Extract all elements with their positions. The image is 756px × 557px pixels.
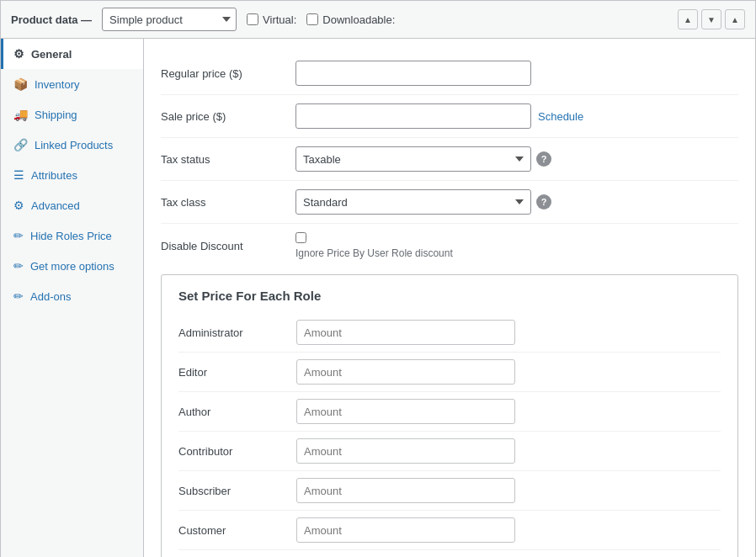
downloadable-checkbox[interactable] — [306, 13, 318, 25]
sidebar-item-get-more-options[interactable]: ✏ Get more options — [1, 251, 143, 281]
product-type-select[interactable]: Simple product — [102, 8, 237, 31]
inventory-icon: 📦 — [13, 77, 28, 91]
hide-roles-price-icon: ✏ — [13, 229, 24, 242]
disable-discount-field: Ignore Price By User Role discount — [295, 232, 738, 259]
tax-class-label: Tax class — [161, 196, 295, 209]
tax-class-select[interactable]: Standard Reduced rate Zero rate — [295, 189, 531, 215]
tax-class-help-icon[interactable]: ? — [536, 194, 551, 210]
role-input-customer[interactable] — [296, 517, 515, 543]
sidebar-item-hide-roles-price[interactable]: ✏ Hide Roles Price — [1, 220, 143, 251]
role-row-subscriber: Subscriber — [178, 471, 721, 511]
shipping-icon: 🚚 — [13, 108, 28, 121]
get-more-options-icon: ✏ — [13, 259, 24, 273]
sidebar-item-general[interactable]: ⚙ General — [1, 39, 143, 69]
role-row-customer: Customer — [178, 511, 721, 550]
role-label-administrator: Administrator — [178, 326, 296, 339]
product-data-title: Product data — — [11, 13, 92, 26]
general-form: Regular price ($) Sale price ($) Schedul… — [144, 39, 755, 274]
set-price-section: Set Price For Each Role Administrator Ed… — [161, 274, 738, 557]
disable-discount-label: Disable Discount — [161, 240, 295, 252]
virtual-checkbox[interactable] — [247, 13, 258, 25]
tax-status-row: Tax status Taxable Shipping only None ? — [161, 138, 738, 181]
sidebar: ⚙ General 📦 Inventory 🚚 Shipping 🔗 Linke… — [1, 39, 144, 557]
role-label-subscriber: Subscriber — [178, 485, 296, 497]
disable-discount-sub: Ignore Price By User Role discount — [295, 247, 738, 259]
role-row-contributor: Contributor — [178, 432, 721, 471]
general-icon: ⚙ — [13, 47, 24, 61]
main-content: Regular price ($) Sale price ($) Schedul… — [144, 39, 755, 557]
sidebar-item-inventory[interactable]: 📦 Inventory — [1, 69, 143, 99]
role-label-customer: Customer — [178, 524, 296, 537]
sidebar-item-attributes[interactable]: ☰ Attributes — [1, 160, 143, 190]
disable-discount-checkbox[interactable] — [295, 232, 306, 243]
attributes-icon: ☰ — [13, 168, 24, 182]
sidebar-label-attributes: Attributes — [31, 169, 77, 182]
sidebar-label-advanced: Advanced — [31, 199, 80, 212]
product-data-body: ⚙ General 📦 Inventory 🚚 Shipping 🔗 Linke… — [1, 39, 755, 557]
tax-class-row: Tax class Standard Reduced rate Zero rat… — [161, 181, 738, 224]
sidebar-item-add-ons[interactable]: ✏ Add-ons — [1, 281, 143, 311]
prev-down-arrow[interactable]: ▼ — [701, 9, 721, 29]
role-label-contributor: Contributor — [178, 445, 296, 458]
set-price-title: Set Price For Each Role — [178, 289, 721, 303]
tax-status-label: Tax status — [161, 153, 295, 166]
role-row-author: Author — [178, 392, 721, 432]
sidebar-label-linked-products: Linked Products — [35, 139, 113, 151]
nav-arrows: ▲ ▼ ▲ — [678, 9, 745, 29]
regular-price-label: Regular price ($) — [161, 67, 295, 80]
advanced-icon: ⚙ — [13, 199, 24, 212]
role-row-editor: Editor — [178, 353, 721, 392]
sale-price-label: Sale price ($) — [161, 110, 295, 123]
sidebar-label-inventory: Inventory — [35, 78, 79, 91]
prev-up-arrow[interactable]: ▲ — [678, 9, 698, 29]
sidebar-item-linked-products[interactable]: 🔗 Linked Products — [1, 130, 143, 160]
sidebar-label-general: General — [31, 48, 72, 61]
disable-discount-row: Disable Discount Ignore Price By User Ro… — [161, 224, 738, 261]
regular-price-row: Regular price ($) — [161, 52, 738, 95]
schedule-link[interactable]: Schedule — [538, 110, 583, 123]
sale-price-input[interactable] — [295, 103, 531, 129]
role-label-editor: Editor — [178, 366, 296, 379]
role-input-editor[interactable] — [296, 359, 515, 385]
role-row-shop-manager: Shop manager — [178, 550, 721, 557]
sale-price-field: Schedule — [295, 103, 738, 129]
regular-price-input[interactable] — [295, 61, 531, 86]
role-input-contributor[interactable] — [296, 438, 515, 464]
virtual-label: Virtual: — [263, 13, 296, 26]
role-input-subscriber[interactable] — [296, 478, 515, 503]
tax-status-help-icon[interactable]: ? — [536, 151, 551, 167]
virtual-checkbox-label: Virtual: — [247, 13, 296, 26]
sale-price-row: Sale price ($) Schedule — [161, 95, 738, 138]
expand-arrow[interactable]: ▲ — [725, 9, 745, 29]
role-label-author: Author — [178, 406, 296, 418]
linked-products-icon: 🔗 — [13, 138, 28, 151]
sidebar-label-hide-roles-price: Hide Roles Price — [30, 230, 112, 242]
sidebar-item-advanced[interactable]: ⚙ Advanced — [1, 190, 143, 220]
sidebar-label-get-more-options: Get more options — [30, 260, 114, 273]
tax-status-field: Taxable Shipping only None ? — [295, 146, 738, 172]
downloadable-label: Downloadable: — [322, 13, 395, 26]
role-input-author[interactable] — [296, 399, 515, 424]
tax-status-select[interactable]: Taxable Shipping only None — [295, 146, 531, 172]
product-data-panel: Product data — Simple product Virtual: D… — [0, 0, 756, 557]
role-input-administrator[interactable] — [296, 320, 515, 345]
add-ons-icon: ✏ — [13, 289, 24, 303]
sidebar-item-shipping[interactable]: 🚚 Shipping — [1, 99, 143, 130]
sidebar-label-shipping: Shipping — [35, 109, 77, 121]
tax-class-field: Standard Reduced rate Zero rate ? — [295, 189, 738, 215]
regular-price-field — [295, 61, 738, 86]
sidebar-label-add-ons: Add-ons — [30, 290, 71, 303]
role-row-administrator: Administrator — [178, 313, 721, 353]
downloadable-checkbox-label: Downloadable: — [306, 13, 395, 26]
product-data-header: Product data — Simple product Virtual: D… — [1, 1, 755, 39]
